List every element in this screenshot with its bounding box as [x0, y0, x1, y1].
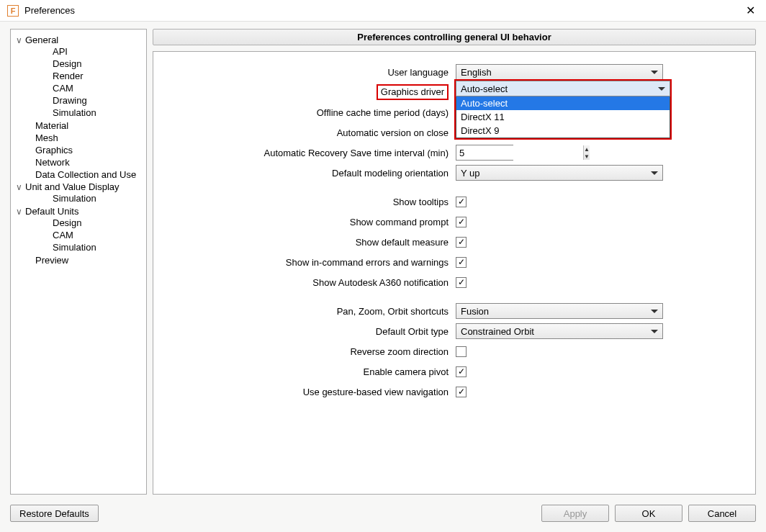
graphics-driver-option-dx11[interactable]: DirectX 11	[456, 110, 670, 124]
default-orbit-type-dropdown[interactable]: Constrained Orbit	[456, 323, 663, 339]
graphics-driver-label: Graphics driver	[161, 84, 456, 100]
show-command-prompt-label: Show command prompt	[161, 217, 456, 227]
chevron-down-icon[interactable]: ∨	[14, 207, 24, 217]
recovery-interval-label: Automatic Recovery Save time interval (m…	[161, 148, 456, 158]
enable-camera-pivot-label: Enable camera pivot	[161, 366, 456, 377]
show-in-command-errors-checkbox[interactable]	[456, 257, 467, 268]
enable-camera-pivot-checkbox[interactable]	[456, 366, 467, 377]
tree-item-du-design[interactable]: Design	[25, 217, 143, 228]
apply-button[interactable]: Apply	[541, 505, 609, 522]
section-header: Preferences controlling general UI behav…	[153, 29, 756, 45]
show-default-measure-checkbox[interactable]	[456, 237, 467, 248]
show-a360-notification-checkbox[interactable]	[456, 277, 467, 288]
tree-item-simulation[interactable]: Simulation	[25, 107, 143, 118]
chevron-down-icon	[658, 87, 665, 91]
tree-item-api[interactable]: API	[25, 46, 143, 57]
gesture-nav-label: Use gesture-based view navigation	[161, 387, 456, 397]
tree-item-material[interactable]: Material	[14, 120, 143, 131]
tree-item-unit-simulation[interactable]: Simulation	[25, 193, 143, 204]
graphics-driver-dropdown-open: Auto-select Auto-select DirectX 11 Direc…	[456, 81, 670, 138]
nav-tree: ∨ General API Design Render CAM Drawing …	[10, 29, 147, 495]
chevron-down-icon[interactable]: ∨	[14, 182, 24, 192]
titlebar: F Preferences ✕	[0, 0, 766, 22]
gesture-nav-checkbox[interactable]	[456, 387, 467, 397]
auto-version-close-label: Automatic version on close	[161, 127, 456, 138]
tree-item-render[interactable]: Render	[25, 71, 143, 81]
tree-item-design[interactable]: Design	[25, 58, 143, 69]
recovery-interval-input[interactable]	[456, 145, 583, 160]
chevron-down-icon	[651, 330, 658, 333]
tree-item-network[interactable]: Network	[14, 157, 143, 168]
show-command-prompt-checkbox[interactable]	[456, 217, 467, 227]
spinner-down-icon[interactable]: ▼	[584, 153, 590, 160]
tree-node-general[interactable]: ∨ General	[14, 35, 143, 45]
button-row: Restore Defaults Apply OK Cancel	[10, 495, 756, 525]
reverse-zoom-label: Reverse zoom direction	[161, 346, 456, 357]
show-in-command-errors-label: Show in-command errors and warnings	[161, 257, 456, 268]
show-a360-notification-label: Show Autodesk A360 notification	[161, 277, 456, 288]
restore-defaults-button[interactable]: Restore Defaults	[10, 505, 99, 522]
content: Preferences controlling general UI behav…	[153, 29, 756, 495]
graphics-driver-dropdown[interactable]: Auto-select	[456, 81, 670, 96]
tree-item-data-collection[interactable]: Data Collection and Use	[14, 169, 143, 180]
tree-item-cam[interactable]: CAM	[25, 83, 143, 94]
chevron-down-icon	[651, 310, 658, 313]
offline-cache-label: Offline cache time period (days)	[161, 107, 456, 118]
default-orientation-dropdown[interactable]: Y up	[456, 165, 663, 181]
tree-item-du-simulation[interactable]: Simulation	[25, 242, 143, 253]
ok-button[interactable]: OK	[615, 505, 682, 522]
tree-node-default-units[interactable]: ∨ Default Units	[14, 206, 143, 217]
graphics-driver-options: Auto-select DirectX 11 DirectX 9	[456, 96, 670, 138]
tree-item-preview[interactable]: Preview	[14, 255, 143, 266]
body: ∨ General API Design Render CAM Drawing …	[0, 22, 766, 532]
chevron-down-icon	[651, 71, 658, 74]
chevron-down-icon[interactable]: ∨	[14, 35, 24, 45]
pan-zoom-orbit-label: Pan, Zoom, Orbit shortcuts	[161, 306, 456, 317]
close-icon[interactable]: ✕	[742, 2, 759, 19]
tree-node-unit-display[interactable]: ∨ Unit and Value Display	[14, 181, 143, 192]
window-title: Preferences	[24, 5, 75, 16]
default-orbit-type-label: Default Orbit type	[161, 326, 456, 337]
show-tooltips-checkbox[interactable]	[456, 197, 467, 207]
tree-item-mesh[interactable]: Mesh	[14, 132, 143, 143]
show-tooltips-label: Show tooltips	[161, 197, 456, 207]
cancel-button[interactable]: Cancel	[688, 505, 756, 522]
chevron-down-icon	[651, 171, 658, 175]
tree-item-graphics[interactable]: Graphics	[14, 145, 143, 155]
show-default-measure-label: Show default measure	[161, 237, 456, 248]
pan-zoom-orbit-dropdown[interactable]: Fusion	[456, 303, 663, 319]
spinner-up-icon[interactable]: ▲	[584, 145, 590, 153]
graphics-driver-option-auto[interactable]: Auto-select	[456, 96, 670, 110]
default-orientation-label: Default modeling orientation	[161, 168, 456, 179]
app-icon: F	[7, 5, 19, 17]
reverse-zoom-checkbox[interactable]	[456, 346, 467, 357]
graphics-driver-option-dx9[interactable]: DirectX 9	[456, 124, 670, 137]
preferences-window: F Preferences ✕ ∨ General API Design	[0, 0, 766, 532]
recovery-interval-spinner[interactable]: ▲ ▼	[456, 145, 513, 161]
settings-panel: User language English Graphics driver	[153, 51, 756, 495]
user-language-dropdown[interactable]: English	[456, 64, 663, 80]
user-language-label: User language	[161, 67, 456, 78]
tree-item-du-cam[interactable]: CAM	[25, 230, 143, 240]
tree-item-drawing[interactable]: Drawing	[25, 95, 143, 106]
